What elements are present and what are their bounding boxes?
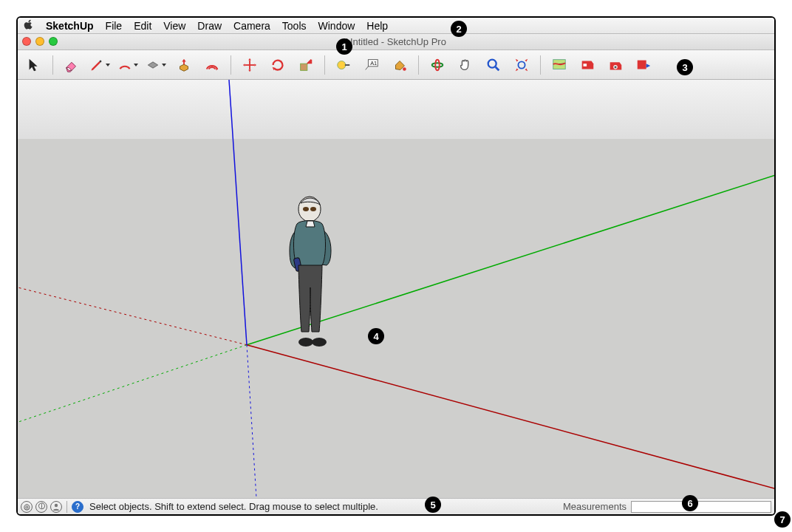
callout-3: 3 [677, 59, 693, 75]
axes-icon [18, 80, 774, 498]
toolbar-separator [52, 55, 53, 75]
scale-tool[interactable] [296, 55, 316, 75]
svg-point-10 [518, 61, 525, 68]
paintbucket-tool[interactable] [389, 55, 410, 75]
status-separator [66, 501, 67, 513]
select-tool[interactable] [24, 55, 44, 75]
arc-tool[interactable] [117, 55, 138, 75]
rotate-tool[interactable] [267, 55, 288, 75]
svg-point-25 [298, 338, 313, 347]
orbit-tool[interactable] [427, 55, 448, 75]
svg-point-3 [338, 61, 346, 69]
svg-line-20 [247, 345, 256, 498]
scale-figure[interactable] [275, 194, 349, 349]
help-status-icon[interactable]: ? [72, 501, 83, 513]
svg-text:A1: A1 [370, 60, 377, 66]
svg-point-23 [310, 207, 316, 211]
svg-point-6 [403, 67, 406, 71]
toolbar-separator [540, 55, 541, 75]
text-tool[interactable]: A1 [361, 55, 382, 75]
svg-point-26 [312, 338, 327, 347]
extension-warehouse-tool[interactable] [605, 55, 626, 75]
svg-rect-12 [584, 64, 587, 66]
svg-line-18 [18, 287, 247, 345]
get-models-tool[interactable] [577, 55, 598, 75]
zoom-window-button[interactable] [49, 37, 58, 46]
svg-rect-14 [638, 60, 646, 69]
menu-edit[interactable]: Edit [134, 20, 151, 32]
menubar: SketchUp File Edit View Draw Camera Tool… [18, 18, 774, 34]
arc-dropdown-icon[interactable] [134, 64, 138, 66]
offset-tool[interactable] [202, 55, 222, 75]
menu-tools[interactable]: Tools [282, 20, 307, 32]
toolbar-separator [418, 55, 419, 75]
minimize-window-button[interactable] [35, 37, 44, 46]
svg-line-16 [18, 345, 247, 423]
svg-point-9 [488, 59, 496, 67]
statusbar: ◎ ⓘ ? Select objects. Shift to extend se… [18, 498, 774, 514]
share-model-tool[interactable] [633, 55, 654, 75]
pan-tool[interactable] [455, 55, 476, 75]
pushpull-tool[interactable] [174, 55, 194, 75]
tapemeasure-tool[interactable] [333, 55, 354, 75]
menu-camera[interactable]: Camera [233, 20, 270, 32]
window-controls [22, 37, 58, 46]
svg-rect-1 [245, 64, 255, 66]
move-tool[interactable] [239, 55, 260, 75]
svg-point-22 [303, 207, 309, 211]
svg-point-8 [435, 59, 440, 70]
zoom-tool[interactable] [483, 55, 504, 75]
apple-icon[interactable] [24, 19, 34, 32]
menu-view[interactable]: View [163, 20, 185, 32]
titlebar: Untitled - SketchUp Pro [18, 34, 774, 50]
svg-rect-2 [301, 64, 307, 70]
close-window-button[interactable] [22, 37, 31, 46]
callout-6: 6 [682, 495, 698, 511]
callout-2: 2 [451, 21, 467, 37]
window-title: Untitled - SketchUp Pro [346, 36, 446, 47]
add-location-tool[interactable] [549, 55, 570, 75]
toolbar-separator [231, 55, 231, 75]
viewport[interactable] [18, 80, 774, 498]
measurements-label: Measurements [563, 501, 627, 512]
callout-4: 4 [368, 328, 384, 344]
menu-window[interactable]: Window [318, 20, 355, 32]
rectangle-tool[interactable] [146, 55, 166, 75]
svg-point-7 [432, 63, 443, 67]
geolocation-status-icon[interactable]: ◎ [21, 501, 33, 513]
rectangle-dropdown-icon[interactable] [162, 64, 166, 66]
credits-status-icon[interactable]: ⓘ [35, 501, 47, 513]
callout-5: 5 [425, 497, 441, 513]
pencil-dropdown-icon[interactable] [106, 64, 110, 66]
svg-point-27 [55, 503, 58, 506]
signin-status-icon[interactable] [50, 501, 62, 513]
toolbar-separator [324, 55, 325, 75]
callout-7: 7 [774, 511, 791, 528]
menu-app[interactable]: SketchUp [46, 20, 94, 32]
svg-line-17 [247, 345, 774, 488]
measurements-input[interactable] [631, 501, 771, 513]
pencil-tool[interactable] [89, 55, 110, 75]
toolbar: A1 [18, 50, 774, 80]
eraser-tool[interactable] [61, 55, 82, 75]
callout-1: 1 [336, 38, 352, 55]
menu-help[interactable]: Help [366, 20, 388, 32]
menu-draw[interactable]: Draw [197, 20, 222, 32]
svg-line-19 [229, 80, 247, 345]
zoom-extents-tool[interactable] [511, 55, 532, 75]
menu-file[interactable]: File [106, 20, 123, 32]
status-hint: Select objects. Shift to extend select. … [89, 501, 560, 512]
